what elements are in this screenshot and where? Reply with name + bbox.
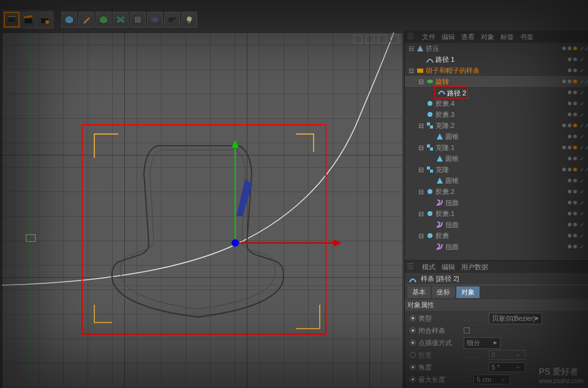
visibility-dots[interactable] bbox=[541, 168, 579, 171]
check-icon[interactable]: ✓ bbox=[579, 89, 588, 96]
nav-icon[interactable] bbox=[378, 35, 386, 43]
check-icon[interactable]: ✓ bbox=[579, 222, 588, 228]
expander-icon[interactable]: ⊟ bbox=[417, 232, 424, 240]
visibility-dots[interactable] bbox=[541, 179, 579, 182]
grip-icon[interactable] bbox=[407, 33, 413, 40]
radio-icon[interactable] bbox=[410, 376, 416, 382]
attr-tab-coord[interactable]: 坐标 bbox=[432, 286, 455, 298]
check-icon[interactable]: ✓ bbox=[579, 244, 588, 250]
tree-row[interactable]: ⊟挤压✓✓ bbox=[405, 43, 588, 54]
check-icon[interactable]: ✓ bbox=[579, 111, 588, 118]
visibility-dots[interactable] bbox=[541, 135, 579, 138]
visibility-dots[interactable] bbox=[541, 113, 579, 116]
tree-row[interactable]: 路径 1✓ bbox=[405, 54, 588, 65]
tree-row[interactable]: 圆锥✓ bbox=[405, 131, 588, 142]
tool-light[interactable] bbox=[181, 12, 197, 28]
visibility-dots[interactable] bbox=[541, 58, 579, 61]
tool-flower[interactable] bbox=[113, 12, 129, 28]
interp-dropdown[interactable]: 细分▸ bbox=[464, 337, 500, 349]
tool-green-cube[interactable] bbox=[96, 12, 111, 28]
check-icon[interactable]: ✓ bbox=[579, 177, 588, 184]
tab-bookmarks[interactable]: 书签 bbox=[520, 32, 533, 42]
check-icon[interactable]: ✓ bbox=[579, 133, 588, 140]
tool-director[interactable] bbox=[4, 12, 20, 28]
tool-cube[interactable] bbox=[61, 12, 77, 28]
expander-icon[interactable]: ⊟ bbox=[407, 67, 415, 75]
expander-icon[interactable]: ⊟ bbox=[417, 188, 424, 196]
visibility-dots[interactable] bbox=[541, 201, 579, 204]
tree-row[interactable]: 扭曲✓ bbox=[405, 197, 588, 208]
check-icon[interactable]: ✓ bbox=[579, 67, 588, 74]
checkbox[interactable] bbox=[464, 327, 470, 334]
visibility-dots[interactable] bbox=[541, 146, 579, 149]
viewport[interactable] bbox=[1, 32, 403, 388]
attr-tab-basic[interactable]: 基本 bbox=[407, 286, 431, 298]
visibility-dots[interactable] bbox=[541, 234, 579, 237]
check-icon[interactable]: ✓ bbox=[579, 56, 588, 63]
tree-row[interactable]: ⊟旋转✓✓ bbox=[405, 76, 588, 87]
tree-row[interactable]: ⊟胶囊.1✓ bbox=[405, 208, 588, 219]
angle-field[interactable]: 5 °÷ bbox=[489, 362, 526, 372]
tree-row[interactable]: 路径 2✓ bbox=[405, 87, 588, 98]
tab-edit[interactable]: 编辑 bbox=[442, 32, 455, 42]
tree-row[interactable]: 扭曲✓ bbox=[405, 241, 588, 252]
check-icon[interactable]: ✓✓ bbox=[579, 166, 588, 173]
expander-icon[interactable]: ⊟ bbox=[417, 144, 424, 152]
visibility-dots[interactable] bbox=[541, 80, 579, 83]
expander-icon[interactable]: ⊟ bbox=[417, 122, 424, 130]
expander-icon[interactable]: ⊟ bbox=[417, 166, 424, 174]
check-icon[interactable]: ✓ bbox=[579, 211, 588, 217]
radio-icon[interactable] bbox=[410, 364, 416, 370]
maxlen-field[interactable]: 5 cm÷ bbox=[473, 375, 510, 384]
tab-tags[interactable]: 标签 bbox=[500, 32, 514, 42]
check-icon[interactable]: ✓✓ bbox=[579, 45, 588, 52]
tree-row[interactable]: 圆锥✓ bbox=[405, 153, 588, 164]
tree-row[interactable]: ⊟克隆✓✓ bbox=[405, 164, 588, 175]
tool-clapper-gear[interactable] bbox=[37, 12, 53, 28]
check-icon[interactable]: ✓✓ bbox=[579, 122, 588, 129]
tool-pen[interactable] bbox=[78, 12, 94, 28]
object-tree[interactable]: ⊟挤压✓✓路径 1✓⊟胡子和帽子的样条✓⊟旋转✓✓路径 2✓胶囊.4✓胶囊.3✓… bbox=[405, 43, 588, 261]
type-dropdown[interactable]: 贝塞尔(Bezier)▸ bbox=[489, 313, 543, 324]
visibility-dots[interactable] bbox=[541, 245, 579, 248]
attr-tab-object[interactable]: 对象 bbox=[456, 286, 480, 298]
check-icon[interactable]: ✓ bbox=[579, 188, 588, 195]
visibility-dots[interactable] bbox=[541, 223, 579, 226]
tool-grid[interactable] bbox=[147, 12, 163, 28]
visibility-dots[interactable] bbox=[541, 212, 579, 215]
tab-mode[interactable]: 模式 bbox=[422, 263, 435, 272]
expander-icon[interactable]: ⊟ bbox=[417, 78, 424, 86]
radio-icon[interactable] bbox=[410, 315, 416, 321]
tree-row[interactable]: 胶囊.3✓ bbox=[405, 109, 588, 120]
radio-icon[interactable] bbox=[410, 340, 416, 346]
radio-icon[interactable] bbox=[410, 327, 416, 334]
tab-file[interactable]: 文件 bbox=[422, 32, 435, 42]
expander-icon[interactable]: ⊟ bbox=[417, 210, 424, 218]
check-icon[interactable]: ✓ bbox=[579, 100, 588, 107]
nav-icon[interactable] bbox=[353, 35, 362, 43]
tree-row[interactable]: 圆锥✓ bbox=[405, 175, 588, 186]
visibility-dots[interactable] bbox=[541, 69, 579, 72]
tab-objects[interactable]: 对象 bbox=[481, 32, 494, 42]
tree-row[interactable]: ⊟胶囊.2✓ bbox=[405, 186, 588, 197]
tree-row[interactable]: ⊟克隆.1✓✓ bbox=[405, 142, 588, 153]
tree-row[interactable]: 胶囊.4✓ bbox=[405, 98, 588, 109]
tree-row[interactable]: ⊟胡子和帽子的样条✓ bbox=[405, 65, 588, 76]
check-icon[interactable]: ✓ bbox=[579, 200, 588, 206]
check-icon[interactable]: ✓ bbox=[579, 155, 588, 162]
expander-icon[interactable]: ⊟ bbox=[407, 45, 415, 53]
tool-clapper[interactable] bbox=[20, 12, 36, 28]
check-icon[interactable]: ✓✓ bbox=[579, 144, 588, 151]
check-icon[interactable]: ✓✓ bbox=[579, 78, 588, 85]
check-icon[interactable]: ✓ bbox=[579, 233, 588, 239]
tree-row[interactable]: 扭曲✓ bbox=[405, 219, 588, 230]
tab-userdata[interactable]: 用户数据 bbox=[461, 263, 488, 272]
tool-particle[interactable] bbox=[164, 12, 180, 28]
visibility-dots[interactable] bbox=[541, 47, 579, 50]
tree-row[interactable]: ⊟胶囊✓ bbox=[405, 230, 588, 241]
grip-icon[interactable] bbox=[407, 263, 413, 270]
tool-panel[interactable] bbox=[130, 12, 146, 28]
nav-icon[interactable] bbox=[390, 35, 399, 43]
visibility-dots[interactable] bbox=[541, 190, 579, 193]
tab-edit2[interactable]: 编辑 bbox=[442, 263, 455, 272]
